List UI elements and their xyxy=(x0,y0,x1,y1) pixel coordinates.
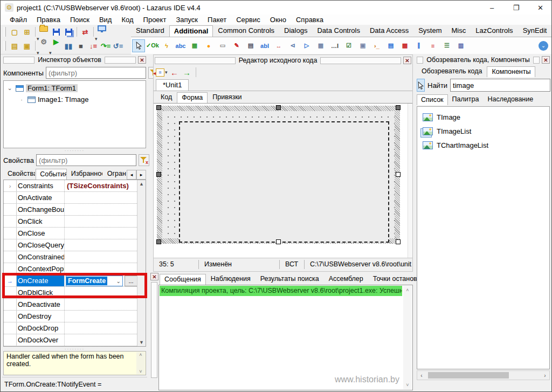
resize-handle-bottom-right[interactable] xyxy=(396,239,401,244)
property-row[interactable]: OnChangeBoun xyxy=(4,204,146,216)
scroll-up-icon[interactable]: ˄ xyxy=(406,287,409,293)
components-filter-input[interactable] xyxy=(46,67,146,79)
messages-tab-Результаты поиска[interactable]: Результаты поиска xyxy=(256,273,324,285)
property-name[interactable]: OnDeactivate xyxy=(17,299,64,310)
property-name[interactable]: OnCloseQuery xyxy=(17,239,64,251)
jump-history-icon[interactable]: ≡ xyxy=(156,68,164,77)
step-over-icon[interactable]: ↷≡ xyxy=(100,40,112,52)
navigate-forward-icon[interactable]: → xyxy=(182,68,192,77)
new-unit-icon[interactable]: ▢ xyxy=(9,26,20,38)
scrollbox-icon[interactable]: ▣ xyxy=(356,39,369,52)
step-out-icon[interactable]: ↺≡ xyxy=(112,40,124,52)
dock-handle[interactable] xyxy=(3,57,34,64)
property-value[interactable]: (TSizeConstraints) xyxy=(64,180,146,191)
view-tab-Палитра[interactable]: Палитра xyxy=(448,94,484,105)
property-value[interactable] xyxy=(64,334,146,346)
palette-tab-Data Access[interactable]: Data Access xyxy=(365,25,413,37)
property-value[interactable] xyxy=(64,263,146,274)
property-value[interactable]: FormCreate⌄... xyxy=(64,275,146,286)
property-row[interactable]: OnClick xyxy=(4,216,146,228)
palette-tab-Data Controls[interactable]: Data Controls xyxy=(312,25,364,37)
property-row[interactable]: OnConstrainedR xyxy=(4,251,146,263)
property-value[interactable] xyxy=(64,204,146,215)
menu-item-Проект[interactable]: Проект xyxy=(139,16,171,24)
columns-icon[interactable]: ▥ xyxy=(454,39,467,52)
inspector-splitter[interactable]: ········ xyxy=(2,347,147,351)
valuelist-icon[interactable]: ▤ xyxy=(384,39,397,52)
hscroll-thumb[interactable] xyxy=(428,372,509,379)
right-tab-Компоненты[interactable]: Компоненты xyxy=(487,66,535,77)
image1-control[interactable] xyxy=(179,121,389,243)
combobox-value[interactable]: FormCreate xyxy=(66,277,107,285)
speedbutton-icon[interactable]: ϟ xyxy=(160,39,173,52)
property-grid-scrollbar[interactable]: ▲▼ xyxy=(137,180,146,346)
property-name[interactable]: OnDblClick xyxy=(17,287,64,298)
property-row[interactable]: OnCloseQuery xyxy=(4,239,146,251)
statictext-icon[interactable]: abc xyxy=(174,39,187,52)
editor-subtab-Форма[interactable]: Форма xyxy=(177,92,208,103)
messages-scrollbar[interactable]: ˄ ˅ xyxy=(403,286,412,389)
scroll-down-icon[interactable]: ˅ xyxy=(406,382,409,388)
open-folder-icon[interactable] xyxy=(38,22,50,34)
resize-handle-top-left[interactable] xyxy=(156,105,161,110)
view-tab-Наследование[interactable]: Наследование xyxy=(483,94,537,105)
hint-scrollbar[interactable]: ˄˅ xyxy=(136,352,145,374)
inspector-tab-События[interactable]: События xyxy=(36,169,67,180)
messages-side-strip[interactable] xyxy=(151,282,157,378)
inspector-splitter[interactable]: ········ xyxy=(2,148,147,153)
right-tab-Обозреватель кода[interactable]: Обозреватель кода xyxy=(417,66,487,77)
property-name[interactable]: OnCreate xyxy=(17,275,64,286)
inspector-tab-Избранное[interactable]: Избранное xyxy=(67,168,103,180)
property-row[interactable]: OnDblClick xyxy=(4,287,146,299)
maskedit-icon[interactable]: …I xyxy=(328,39,341,52)
dock-handle[interactable] xyxy=(155,57,236,64)
step-into-icon[interactable]: ↓≡ xyxy=(87,40,99,52)
property-row[interactable]: OnContextPopu xyxy=(4,263,146,275)
pairsplitter-icon[interactable]: ∥ xyxy=(412,39,425,52)
editor-close-icon[interactable]: ✕ xyxy=(403,57,411,64)
messages-tab-Наблюдения[interactable]: Наблюдения xyxy=(206,273,256,285)
palette-tab-SynEdit[interactable]: SynEdit xyxy=(518,25,552,37)
new-form-icon[interactable]: ⊞ xyxy=(21,26,33,38)
tree-node-label[interactable]: Image1: TImage xyxy=(38,95,88,104)
resize-handle-top-right[interactable] xyxy=(396,105,401,110)
property-name[interactable]: OnActivate xyxy=(17,192,64,203)
paintbox-icon[interactable]: ✎ xyxy=(230,39,243,52)
imagelist-shape-icon[interactable]: ▩ xyxy=(398,39,411,52)
property-name[interactable]: OnClick xyxy=(17,216,64,227)
view-tab-Список[interactable]: Список xyxy=(417,94,448,105)
combobox-dropdown-icon[interactable]: ⌄ xyxy=(116,278,122,284)
property-value[interactable] xyxy=(64,192,146,203)
splitter-icon[interactable]: ↔ xyxy=(272,39,285,52)
checkgroup-icon[interactable]: ☰ xyxy=(440,39,453,52)
dock-handle[interactable] xyxy=(320,57,401,64)
labelededit-icon[interactable]: abI xyxy=(258,39,271,52)
form-designer[interactable] xyxy=(154,103,412,258)
dock-handle[interactable] xyxy=(417,57,423,64)
property-name[interactable]: OnConstrainedR xyxy=(17,251,64,263)
editor-subtab-Код[interactable]: Код xyxy=(156,92,177,103)
property-name[interactable]: OnDockOver xyxy=(17,334,64,346)
show-forms-icon[interactable]: ▣ xyxy=(21,40,33,52)
stringgrid-icon[interactable]: ▦ xyxy=(314,39,327,52)
property-row[interactable]: ›Constraints(TSizeConstraints) xyxy=(4,180,146,192)
event-handler-ellipsis-button[interactable]: ... xyxy=(125,276,137,286)
close-button[interactable]: ✕ xyxy=(528,1,552,15)
palette-tab-System[interactable]: System xyxy=(413,25,446,37)
property-row[interactable]: OnActivate xyxy=(4,192,146,204)
palette-tab-Dialogs[interactable]: Dialogs xyxy=(279,25,312,37)
unit-tab[interactable]: *Unit1 xyxy=(156,79,189,91)
property-value[interactable] xyxy=(64,251,146,263)
property-row[interactable]: OnClose xyxy=(4,228,146,239)
menu-item-Файл[interactable]: Файл xyxy=(5,16,32,24)
bitbtn-icon[interactable]: ✓Ok xyxy=(146,39,159,52)
property-value[interactable] xyxy=(64,239,146,251)
trackbar-icon[interactable]: ⊲ xyxy=(286,39,299,52)
cursor-tool-icon[interactable] xyxy=(132,39,145,52)
property-value[interactable] xyxy=(64,287,146,298)
component-list-hscrollbar[interactable]: ‹ › xyxy=(417,370,550,380)
build-icon[interactable]: ⚙ xyxy=(38,36,50,48)
dock-handle[interactable] xyxy=(533,57,540,64)
save-all-icon[interactable] xyxy=(63,26,74,38)
selection-tool-icon[interactable] xyxy=(417,79,425,92)
